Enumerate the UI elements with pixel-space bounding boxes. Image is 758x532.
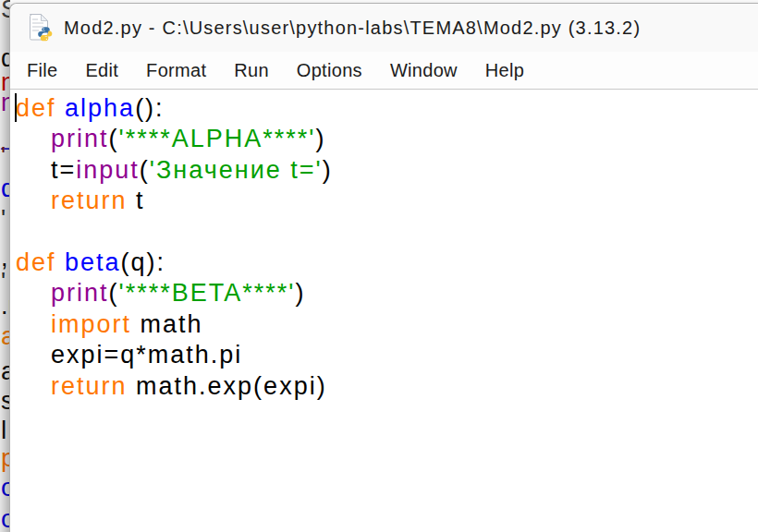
code-token-plain: math — [131, 310, 203, 338]
code-token-definition: alpha — [65, 94, 135, 122]
menu-item-window[interactable]: Window — [390, 60, 458, 81]
code-token-builtin: print — [51, 279, 109, 307]
code-token-plain — [16, 310, 51, 338]
code-line: print('****BETA****') — [16, 278, 758, 308]
code-token-plain — [16, 125, 51, 152]
idle-editor-window: Mod2.py - C:\Users\user\python-labs\TEMA… — [9, 3, 758, 532]
code-token-string: '****ALPHA****' — [119, 125, 316, 152]
menu-item-edit[interactable]: Edit — [85, 60, 118, 81]
python-file-icon — [28, 13, 53, 42]
code-line: print('****ALPHA****') — [16, 124, 758, 154]
code-token-plain: ( — [140, 156, 150, 184]
code-line — [16, 217, 758, 248]
menu-item-help[interactable]: Help — [485, 60, 524, 81]
code-token-builtin: input — [76, 156, 140, 184]
occluded-text-fragment: l — [1, 417, 6, 443]
code-line: def beta(q): — [16, 248, 758, 278]
code-line: t=input('Значение t=') — [16, 155, 758, 186]
code-token-plain: t — [128, 187, 145, 214]
code-lines: def alpha(): print('****ALPHA****') t=in… — [16, 93, 758, 402]
code-token-keyword: return — [51, 372, 128, 400]
code-token-plain: math.exp(expi) — [128, 372, 327, 400]
occluded-text-fragment: ' — [1, 207, 6, 232]
text-cursor — [15, 93, 17, 122]
menu-item-options[interactable]: Options — [297, 60, 362, 81]
code-token-plain — [16, 279, 51, 307]
menu-item-format[interactable]: Format — [146, 60, 206, 81]
title-bar[interactable]: Mod2.py - C:\Users\user\python-labs\TEMA… — [10, 4, 758, 52]
code-token-plain: t= — [16, 156, 76, 184]
code-token-keyword: def — [16, 248, 65, 276]
editor-text-area[interactable]: def alpha(): print('****ALPHA****') t=in… — [10, 90, 758, 500]
occluded-text-fragment: ' — [1, 270, 6, 295]
code-line: return math.exp(expi) — [16, 371, 758, 402]
code-line: expi=q*math.pi — [16, 340, 758, 370]
code-token-plain: expi=q*math.pi — [16, 341, 242, 369]
code-token-plain: ( — [109, 125, 119, 152]
code-token-keyword: import — [51, 310, 131, 338]
code-line: import math — [16, 309, 758, 340]
code-token-plain: ) — [295, 279, 305, 307]
occluded-text-fragment: ' — [1, 144, 6, 169]
code-token-plain — [16, 187, 51, 214]
code-line: def alpha(): — [16, 93, 758, 124]
code-token-plain: ) — [315, 125, 325, 152]
code-token-definition: beta — [65, 248, 121, 276]
code-line: return t — [16, 186, 758, 216]
menu-item-run[interactable]: Run — [234, 60, 269, 81]
menu-item-file[interactable]: File — [27, 60, 57, 81]
code-token-plain: (q): — [121, 248, 166, 276]
code-token-plain — [16, 372, 51, 400]
code-token-plain: (): — [135, 94, 164, 122]
code-token-plain: ( — [109, 279, 119, 307]
occluded-text-fragment: , — [1, 246, 8, 271]
code-token-keyword: def — [16, 94, 65, 122]
window-title: Mod2.py - C:\Users\user\python-labs\TEMA… — [64, 18, 641, 39]
code-token-builtin: print — [51, 125, 109, 152]
code-token-string: 'Значение t=' — [150, 156, 323, 184]
code-token-plain: ) — [323, 156, 333, 184]
code-token-keyword: return — [51, 187, 128, 214]
menu-bar: FileEditFormatRunOptionsWindowHelp — [10, 52, 758, 90]
code-token-string: '****BETA****' — [119, 279, 296, 307]
